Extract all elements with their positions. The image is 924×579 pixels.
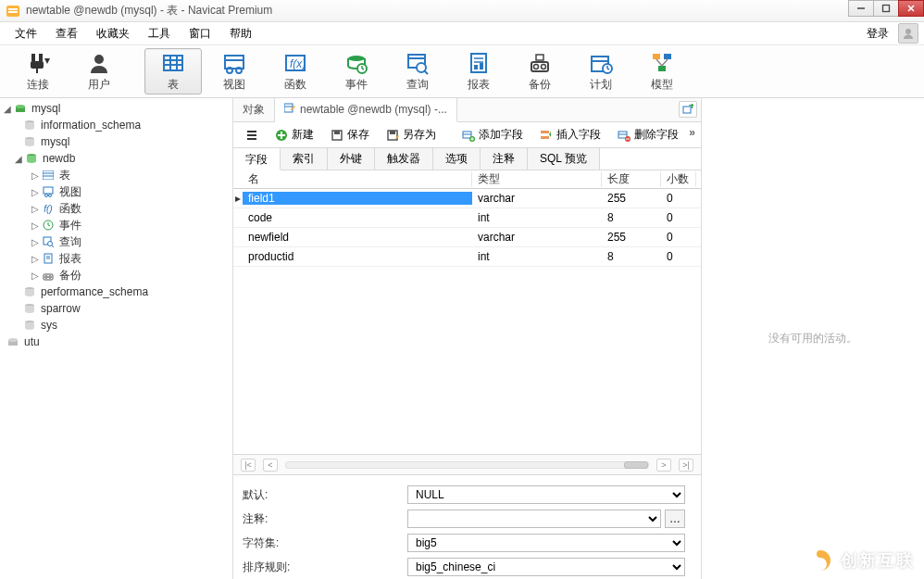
save-button[interactable]: 保存 bbox=[324, 124, 376, 145]
tree-connection-mysql[interactable]: ◢ mysql bbox=[0, 100, 232, 117]
close-button[interactable] bbox=[898, 0, 924, 17]
new-button[interactable]: 新建 bbox=[268, 124, 320, 145]
tree-db-information-schema[interactable]: information_schema bbox=[0, 117, 232, 133]
tree-item-reports[interactable]: ▷ 报表 bbox=[0, 250, 232, 267]
avatar[interactable] bbox=[898, 23, 918, 44]
subtab-index[interactable]: 索引 bbox=[281, 148, 328, 170]
toolbar-event[interactable]: 事件 bbox=[328, 48, 385, 94]
toolbar-connect[interactable]: ▾ 连接 bbox=[9, 48, 67, 94]
toolbar-backup[interactable]: 备份 bbox=[511, 48, 568, 94]
toolbar-view[interactable]: 视图 bbox=[206, 48, 263, 94]
connection-tree[interactable]: ◢ mysql information_schema mysql ◢ newdb… bbox=[0, 98, 233, 579]
fields-grid[interactable]: 名 类型 长度 小数 ▸ field1 varchar 255 0 code i… bbox=[233, 170, 701, 454]
add-tab-button[interactable]: + bbox=[679, 101, 697, 118]
prop-collation-select[interactable]: big5_chinese_ci bbox=[407, 558, 685, 576]
expand-icon[interactable]: ▷ bbox=[30, 220, 41, 231]
subtab-fields[interactable]: 字段 bbox=[233, 148, 281, 170]
login-link[interactable]: 登录 bbox=[861, 24, 894, 44]
tree-item-events[interactable]: ▷ 事件 bbox=[0, 217, 232, 233]
expand-icon[interactable]: ▷ bbox=[30, 170, 41, 181]
save-icon bbox=[331, 129, 343, 142]
toolbar-schedule[interactable]: 计划 bbox=[572, 48, 630, 94]
tree-db-sys[interactable]: sys bbox=[0, 317, 232, 334]
nav-scrollbar[interactable] bbox=[285, 461, 649, 469]
grid-row[interactable]: code int 8 0 bbox=[233, 208, 701, 228]
tree-item-tables[interactable]: ▷ 表 bbox=[0, 167, 232, 183]
toolbar-function[interactable]: f(x) 函数 bbox=[267, 48, 324, 94]
grid-row[interactable]: newfield varchar 255 0 bbox=[233, 228, 701, 247]
saveas-button[interactable]: 另存为 bbox=[380, 124, 443, 145]
menu-view[interactable]: 查看 bbox=[46, 24, 87, 44]
prop-comment-ellipsis-button[interactable]: … bbox=[665, 510, 685, 528]
toolbar-query[interactable]: 查询 bbox=[389, 48, 446, 94]
menu-favorites[interactable]: 收藏夹 bbox=[87, 24, 139, 44]
subtab-options[interactable]: 选项 bbox=[433, 148, 481, 170]
plug-icon: ▾ bbox=[26, 51, 50, 75]
svg-point-53 bbox=[16, 105, 25, 108]
tree-db-sparrow[interactable]: sparrow bbox=[0, 300, 232, 317]
prop-comment-label: 注释: bbox=[243, 511, 402, 527]
toolbar-table[interactable]: 表 bbox=[144, 48, 202, 94]
subtab-fk[interactable]: 外键 bbox=[328, 148, 375, 170]
svg-rect-2 bbox=[8, 11, 18, 13]
grid-row[interactable]: ▸ field1 varchar 255 0 bbox=[233, 189, 701, 208]
delete-field-button[interactable]: 删除字段 bbox=[611, 124, 685, 145]
add-field-button[interactable]: 添加字段 bbox=[456, 124, 530, 145]
prop-charset-label: 字符集: bbox=[243, 535, 402, 551]
minimize-button[interactable] bbox=[848, 0, 874, 17]
row-pointer-icon: ▸ bbox=[233, 192, 243, 205]
expand-icon[interactable]: ▷ bbox=[30, 204, 41, 214]
expand-icon[interactable]: ▷ bbox=[30, 271, 41, 281]
grid-row[interactable]: productid int 8 0 bbox=[233, 247, 701, 267]
tab-label: 对象 bbox=[243, 102, 265, 118]
col-header-len[interactable]: 长度 bbox=[602, 171, 661, 187]
svg-line-65 bbox=[48, 225, 50, 226]
tab-current[interactable]: newtable @newdb (mysql) -... bbox=[275, 98, 457, 122]
menu-window[interactable]: 窗口 bbox=[180, 24, 220, 44]
prop-comment-input[interactable] bbox=[407, 510, 661, 528]
nav-first-button[interactable]: |< bbox=[241, 459, 256, 472]
collapse-icon[interactable]: ◢ bbox=[2, 104, 13, 114]
menu-file[interactable]: 文件 bbox=[6, 24, 46, 44]
svg-rect-36 bbox=[474, 65, 478, 69]
tree-item-functions[interactable]: ▷ f() 函数 bbox=[0, 200, 232, 217]
col-header-type[interactable]: 类型 bbox=[472, 171, 602, 187]
insert-field-button[interactable]: 插入字段 bbox=[533, 124, 607, 145]
tree-db-mysql[interactable]: mysql bbox=[0, 133, 232, 150]
toolbar-report[interactable]: 报表 bbox=[450, 48, 507, 94]
expand-icon[interactable]: ▷ bbox=[30, 237, 41, 247]
subtab-comment[interactable]: 注释 bbox=[481, 148, 528, 170]
toolbar-user[interactable]: 用户 bbox=[70, 48, 128, 94]
nav-next-button[interactable]: > bbox=[656, 459, 671, 472]
tree-item-backups[interactable]: ▷ 备份 bbox=[0, 267, 232, 283]
collapse-icon[interactable]: ◢ bbox=[13, 154, 24, 164]
menu-help[interactable]: 帮助 bbox=[220, 24, 261, 44]
subtab-trigger[interactable]: 触发器 bbox=[375, 148, 433, 170]
tree-item-queries[interactable]: ▷ 查询 bbox=[0, 233, 232, 250]
col-header-name[interactable]: 名 bbox=[243, 171, 472, 187]
expand-icon[interactable]: ▷ bbox=[30, 187, 41, 197]
svg-line-50 bbox=[656, 59, 662, 66]
toolbar-model[interactable]: 模型 bbox=[633, 48, 691, 94]
svg-rect-100 bbox=[541, 136, 549, 139]
tree-item-views[interactable]: ▷ 视图 bbox=[0, 183, 232, 200]
overflow-button[interactable]: » bbox=[689, 126, 695, 139]
subtab-sqlpreview[interactable]: SQL 预览 bbox=[528, 148, 600, 170]
field-properties: 默认: NULL 注释: … 字符集: big5 排序规则: big5_chin… bbox=[233, 474, 701, 579]
tab-objects[interactable]: 对象 bbox=[233, 98, 275, 121]
nav-prev-button[interactable]: < bbox=[263, 459, 278, 472]
query-group-icon bbox=[41, 235, 56, 248]
expand-icon[interactable]: ▷ bbox=[30, 254, 41, 264]
prop-default-select[interactable]: NULL bbox=[407, 485, 685, 504]
tree-connection-utu[interactable]: utu bbox=[0, 334, 232, 350]
maximize-button[interactable] bbox=[873, 0, 899, 17]
menu-toggle-button[interactable] bbox=[239, 126, 265, 145]
tree-db-newdb[interactable]: ◢ newdb bbox=[0, 150, 232, 167]
tree-db-performance-schema[interactable]: performance_schema bbox=[0, 283, 232, 300]
nav-last-button[interactable]: >| bbox=[679, 459, 693, 472]
svg-point-25 bbox=[348, 56, 365, 61]
hamburger-icon bbox=[245, 129, 258, 142]
col-header-dec[interactable]: 小数 bbox=[661, 171, 696, 187]
menu-tools[interactable]: 工具 bbox=[139, 24, 180, 44]
prop-charset-select[interactable]: big5 bbox=[407, 534, 685, 552]
